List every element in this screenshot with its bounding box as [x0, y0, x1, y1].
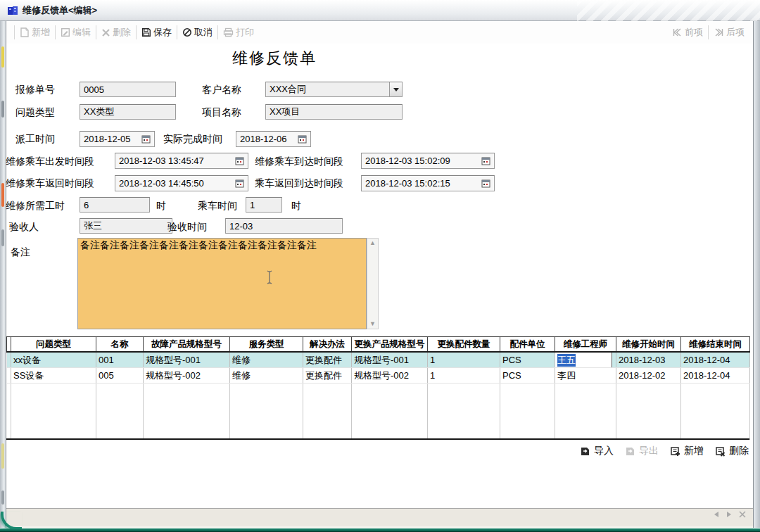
calendar-icon[interactable] [481, 156, 490, 165]
repair-feedback-window: 维修反馈单<编辑> 新增 编辑 删除 保存 [0, 0, 760, 532]
text-cursor [266, 270, 273, 285]
bottom-tabstrip: 基本资料 附件 [6, 508, 753, 526]
tab-close-icon[interactable] [739, 511, 746, 518]
delete-row-icon [715, 446, 726, 457]
project-label: 项目名称 [202, 106, 241, 119]
grid-row-2[interactable]: SS设备 005 规格型号-002 维修 更换配件 规格型号-002 1 PCS… [7, 368, 750, 384]
save-button[interactable]: 保存 [141, 26, 172, 39]
ride-time-unit: 时 [291, 200, 301, 213]
calendar-icon[interactable] [235, 156, 244, 165]
problem-type-label: 问题类型 [15, 106, 55, 119]
prev-record-button[interactable]: 前项 [672, 26, 703, 39]
accept-time-label: 验收时间 [167, 221, 207, 234]
cancel-icon [182, 27, 192, 37]
col-fault-model[interactable]: 故障产品规格型号 [144, 337, 230, 353]
edit-doc-icon [61, 27, 70, 37]
detail-grid: 问题类型 名称 故障产品规格型号 服务类型 解决办法 更换产品规格型号 更换配件… [6, 336, 750, 440]
col-replace-model[interactable]: 更换产品规格型号 [352, 337, 428, 353]
export-button[interactable]: 导出 [625, 445, 659, 457]
dispatch-time-field[interactable]: 2018-12-05 [80, 131, 155, 147]
customer-dropdown-button[interactable] [389, 82, 402, 96]
finish-time-label: 实际完成时间 [163, 133, 222, 146]
col-part-unit[interactable]: 配件单位 [500, 337, 555, 353]
tab-next-icon[interactable] [726, 511, 732, 518]
calendar-icon[interactable] [298, 134, 307, 144]
return-arrive-period-field[interactable]: 2018-12-03 15:02:15 [361, 175, 495, 191]
x-icon [101, 28, 110, 37]
import-button[interactable]: 导入 [580, 445, 614, 457]
return-period-field[interactable]: 2018-12-03 14:45:50 [115, 175, 248, 191]
export-icon [625, 446, 636, 457]
cell-editor-input[interactable]: 王五 [555, 352, 613, 368]
project-field[interactable]: XX项目 [265, 104, 403, 120]
bottom-skin-band [0, 528, 760, 532]
calendar-icon[interactable] [481, 179, 490, 188]
work-hours-field[interactable]: 6 [80, 197, 150, 213]
col-replace-qty[interactable]: 更换配件数量 [428, 337, 500, 353]
next-record-button[interactable]: 后项 [714, 26, 745, 39]
delete-row-button[interactable]: 删除 [715, 445, 749, 457]
scroll-up-icon[interactable]: ▲ [369, 240, 376, 246]
add-row-icon [670, 446, 681, 457]
report-no-field[interactable]: 0005 [80, 82, 176, 97]
work-hours-label: 维修所需工时 [6, 200, 65, 213]
arrive-period-field[interactable]: 2018-12-03 15:02:09 [361, 153, 495, 169]
dispatch-time-label: 派工时间 [15, 133, 55, 146]
depart-period-field[interactable]: 2018-12-03 13:45:47 [115, 153, 248, 169]
tab-prev-icon[interactable] [714, 511, 719, 518]
main-toolbar: 新增 编辑 删除 保存 取消 打印 前项 [6, 21, 753, 44]
prev-icon [672, 28, 683, 37]
app-icon [7, 5, 18, 16]
remark-textarea[interactable]: 备注备注备注备注备注备注备注备注备注备注备注备注 [77, 238, 367, 329]
calendar-icon[interactable] [235, 179, 244, 188]
cancel-button[interactable]: 取消 [182, 26, 213, 39]
ride-time-field[interactable]: 1 [246, 197, 282, 213]
grid-row-1[interactable]: xx设备 001 规格型号-001 维修 更换配件 规格型号-001 1 PCS… [7, 352, 750, 368]
acceptor-field[interactable]: 张三 [80, 218, 172, 234]
finish-time-field[interactable]: 2018-12-06 [236, 131, 311, 147]
remark-scrollbar[interactable]: ▲ ▼ [367, 238, 379, 329]
acceptor-label: 验收人 [9, 221, 39, 234]
grid-header-row: 问题类型 名称 故障产品规格型号 服务类型 解决办法 更换产品规格型号 更换配件… [7, 337, 750, 353]
remark-label: 备注 [11, 246, 30, 259]
col-start-time[interactable]: 维修开始时间 [616, 337, 681, 353]
scroll-down-icon[interactable]: ▼ [369, 321, 376, 327]
next-icon [714, 28, 724, 37]
col-engineer[interactable]: 维修工程师 [555, 337, 616, 353]
ride-time-label: 乘车时间 [198, 200, 237, 213]
import-icon [580, 446, 591, 457]
window-titlebar: 维修反馈单<编辑> [0, 0, 760, 21]
work-hours-unit: 时 [156, 200, 166, 213]
accept-time-field[interactable]: 12-03 [225, 218, 343, 234]
form-title: 维修反馈单 [0, 48, 549, 69]
selected-text: 王五 [557, 354, 576, 367]
problem-type-field[interactable]: XX类型 [80, 104, 176, 120]
depart-period-label: 维修乘车出发时间段 [6, 156, 94, 168]
new-button[interactable]: 新增 [20, 26, 50, 39]
calendar-icon[interactable] [141, 134, 151, 144]
edit-button[interactable]: 编辑 [61, 26, 91, 39]
col-end-time[interactable]: 维修结束时间 [681, 337, 750, 353]
engineer-cell-editing[interactable]: 王五 [555, 352, 616, 368]
col-service-type[interactable]: 服务类型 [230, 337, 303, 353]
record-nav: 前项 后项 [672, 21, 745, 44]
tab-nav [714, 511, 746, 518]
grid-bottom-border [6, 438, 749, 440]
chevron-down-icon [393, 88, 399, 91]
col-problem-type[interactable]: 问题类型 [11, 337, 96, 353]
return-period-label: 维修乘车返回时间段 [6, 177, 94, 190]
customer-label: 客户名称 [202, 84, 241, 96]
detail-toolbar: 导入 导出 新增 删除 [580, 442, 749, 460]
report-no-label: 报修单号 [15, 84, 55, 96]
printer-icon [223, 27, 234, 37]
return-arrive-period-label: 乘车返回到达时间段 [255, 177, 343, 190]
save-icon [141, 27, 151, 37]
add-row-button[interactable]: 新增 [670, 445, 704, 457]
right-edge-decoration [754, 21, 760, 528]
print-button[interactable]: 打印 [223, 26, 254, 39]
new-doc-icon [20, 27, 30, 37]
customer-combobox[interactable]: XXX合同 [265, 82, 403, 97]
delete-button[interactable]: 删除 [101, 26, 131, 39]
col-name[interactable]: 名称 [96, 337, 144, 353]
col-solution[interactable]: 解决办法 [303, 337, 352, 353]
